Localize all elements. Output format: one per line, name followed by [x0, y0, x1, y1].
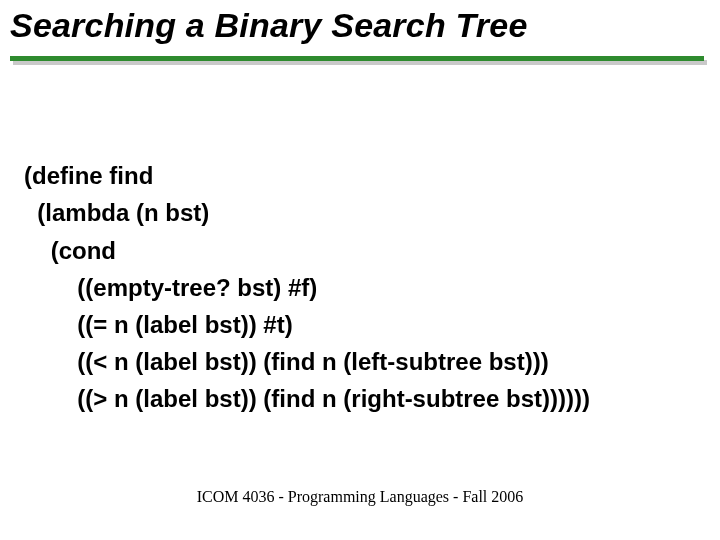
code-line-7: ((> n (label bst)) (find n (right-subtre… [24, 385, 590, 412]
code-line-4: ((empty-tree? bst) #f) [24, 274, 317, 301]
slide: Searching a Binary Search Tree (define f… [0, 0, 720, 540]
code-line-5: ((= n (label bst)) #t) [24, 311, 293, 338]
code-line-2: (lambda (n bst) [24, 199, 209, 226]
title-rule [10, 56, 704, 66]
slide-footer: ICOM 4036 - Programming Languages - Fall… [0, 488, 720, 506]
slide-title: Searching a Binary Search Tree [10, 6, 710, 45]
title-rule-bar [10, 56, 704, 61]
code-block: (define find (lambda (n bst) (cond ((emp… [24, 120, 704, 418]
code-line-3: (cond [24, 237, 116, 264]
code-line-6: ((< n (label bst)) (find n (left-subtree… [24, 348, 549, 375]
code-line-1: (define find [24, 162, 153, 189]
